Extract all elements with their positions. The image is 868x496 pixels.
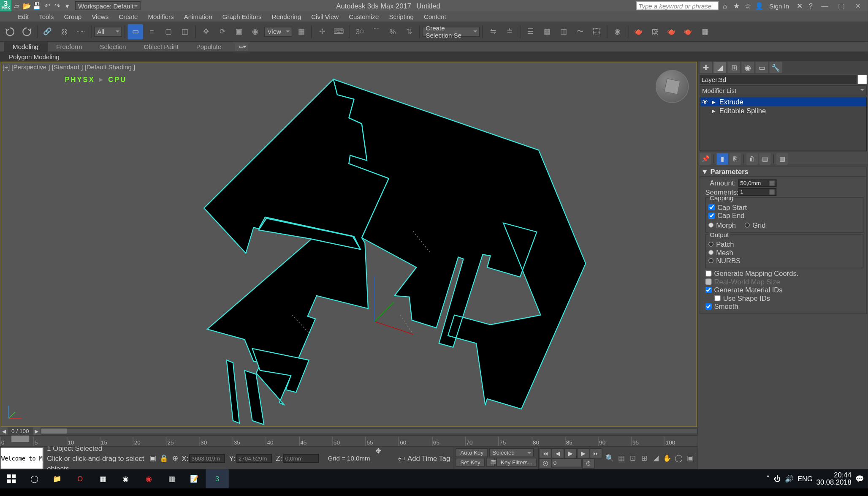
task-app2-icon[interactable]: ▥ (160, 469, 183, 488)
render-production-icon[interactable]: 🫖 (664, 24, 679, 39)
layer-explorer-icon[interactable]: ☰ (523, 24, 538, 39)
menu-customize[interactable]: Customize (344, 13, 384, 20)
morph-radio[interactable]: Morph (708, 221, 736, 229)
orbit-icon[interactable]: ◯ (673, 453, 684, 463)
zoom-extents-all-icon[interactable]: ⊞ (639, 453, 649, 463)
exchange-icon[interactable]: ✕ (794, 1, 804, 11)
schematic-view-icon[interactable]: ⿳ (589, 24, 604, 39)
use-shape-ids-checkbox[interactable]: Use Shape IDs (705, 294, 864, 302)
tab-populate[interactable]: Populate (187, 42, 231, 52)
selection-filter-dropdown[interactable]: All (94, 26, 122, 36)
new-icon[interactable]: ▱ (11, 1, 22, 11)
star2-icon[interactable]: ☆ (743, 1, 753, 11)
select-by-name-icon[interactable]: ≡ (144, 24, 160, 39)
infocenter-icon[interactable]: ⌂ (720, 1, 730, 11)
task-notepad-icon[interactable]: 📝 (183, 469, 206, 488)
make-unique-icon[interactable]: ⎘ (730, 153, 741, 164)
zoom-icon[interactable]: 🔍 (605, 453, 615, 463)
collapse-icon[interactable]: ▾ (703, 168, 708, 176)
cortana-icon[interactable]: ◯ (23, 469, 46, 488)
modifier-stack[interactable]: 👁 ▸ Extrude ▸ Editable Spline (700, 97, 867, 151)
gen-mapping-checkbox[interactable]: Generate Mapping Coords. (705, 270, 864, 277)
timeline-next-icon[interactable]: ▶ (33, 427, 41, 435)
task-app1-icon[interactable]: ◉ (137, 469, 160, 488)
bind-spacewarp-icon[interactable]: 〰 (73, 24, 88, 39)
create-tab-icon[interactable]: ✚ (700, 62, 712, 73)
select-move-icon[interactable]: ✥ (198, 24, 214, 39)
z-input[interactable] (283, 454, 319, 463)
rollout-header[interactable]: ▾ Parameters (700, 166, 867, 177)
select-object-icon[interactable]: ▭ (128, 24, 143, 39)
amount-spinner[interactable]: 50,0mm (738, 179, 776, 187)
object-color-swatch[interactable] (858, 75, 867, 84)
tray-up-icon[interactable]: ˄ (766, 474, 770, 483)
menu-graph-editors[interactable]: Graph Editors (217, 13, 267, 20)
object-name-input[interactable]: Layer:3d (700, 75, 857, 84)
menu-create[interactable]: Create (114, 13, 143, 20)
expand-icon[interactable]: ▸ (712, 106, 717, 115)
select-place-icon[interactable]: ◉ (248, 24, 263, 39)
snap-toggle-icon[interactable]: 3⬡ (352, 24, 367, 39)
current-frame-input[interactable] (551, 458, 582, 467)
close-button[interactable]: ✕ (850, 0, 865, 11)
timeline-ruler[interactable]: 0510152025303540455055606570758085909510… (0, 435, 697, 446)
remove-modifier-icon[interactable]: 🗑 (746, 153, 758, 164)
display-tab-icon[interactable]: ▭ (755, 62, 768, 73)
user-icon[interactable]: 👤 (754, 1, 764, 11)
show-end-result-icon[interactable]: ▮ (717, 153, 728, 164)
curve-editor-icon[interactable]: 〜 (572, 24, 588, 39)
expand-icon[interactable]: ▸ (712, 98, 717, 106)
menu-scripting[interactable]: Scripting (384, 13, 419, 20)
menu-civil-view[interactable]: Civil View (306, 13, 344, 20)
timeline-prev-icon[interactable]: ◀ (0, 427, 8, 435)
align-icon[interactable]: ≛ (502, 24, 517, 39)
spinner-snap-icon[interactable]: ⇅ (401, 24, 417, 39)
render-frame-icon[interactable]: 🖼 (648, 24, 663, 39)
project-icon[interactable]: ▾ (62, 1, 72, 11)
use-pivot-icon[interactable]: ▦ (293, 24, 309, 39)
rect-region-icon[interactable]: ▢ (161, 24, 176, 39)
fov-icon[interactable]: ◢ (651, 453, 661, 463)
eye-icon[interactable]: 👁 (702, 98, 709, 106)
zoom-extents-icon[interactable]: ⊡ (628, 453, 638, 463)
zoom-all-icon[interactable]: ▦ (616, 453, 627, 463)
menu-content[interactable]: Content (419, 13, 451, 20)
menu-modifiers[interactable]: Modifiers (143, 13, 179, 20)
menu-views[interactable]: Views (87, 13, 114, 20)
cap-end-checkbox[interactable]: Cap End (708, 212, 860, 219)
hierarchy-tab-icon[interactable]: ⊞ (727, 62, 740, 73)
workspace-dropdown[interactable]: Workspace: Default (75, 1, 141, 10)
undo-icon[interactable]: ↶ (42, 1, 52, 11)
help-search-input[interactable]: Type a keyword or phrase (636, 1, 719, 10)
star-icon[interactable]: ★ (731, 1, 741, 11)
ribbon-panel-name[interactable]: Polygon Modeling (4, 53, 65, 60)
min-max-viewport-icon[interactable]: ▣ (685, 453, 695, 463)
menu-group[interactable]: Group (59, 13, 87, 20)
sign-in-link[interactable]: Sign In (769, 2, 789, 9)
modify-tab-icon[interactable]: ◢ (713, 62, 726, 73)
smooth-checkbox[interactable]: Smooth (705, 303, 864, 310)
isolate-icon[interactable]: ▣ (149, 454, 156, 463)
key-mode-icon[interactable]: ⦿ (539, 458, 551, 468)
redo-large-icon[interactable] (19, 24, 34, 39)
set-key-button[interactable]: Set Key (456, 458, 485, 467)
unlink-icon[interactable]: ⛓ (57, 24, 72, 39)
tab-selection[interactable]: Selection (91, 42, 135, 52)
angle-snap-icon[interactable]: ⌒ (369, 24, 384, 39)
goto-start-icon[interactable]: ⏮ (539, 448, 551, 458)
pin-stack-icon[interactable]: 📌 (700, 153, 711, 164)
render-a360-icon[interactable]: ▦ (697, 24, 712, 39)
grid-radio[interactable]: Grid (745, 221, 765, 229)
key-target-dropdown[interactable]: Selected (489, 448, 534, 457)
undo-large-icon[interactable] (3, 24, 18, 39)
render-iterative-icon[interactable]: 🫖 (681, 24, 696, 39)
minimize-button[interactable]: — (817, 0, 832, 11)
render-setup-icon[interactable]: 🫖 (631, 24, 646, 39)
pan-icon[interactable]: ✋ (662, 453, 672, 463)
stack-item-spline[interactable]: ▸ Editable Spline (700, 106, 866, 115)
tab-freeform[interactable]: Freeform (47, 42, 91, 52)
absolute-mode-icon[interactable]: ⊕ (172, 454, 178, 463)
ribbon-toggle-icon[interactable]: ▥ (556, 24, 571, 39)
open-icon[interactable]: 📂 (22, 1, 32, 11)
task-chrome-icon[interactable]: ◉ (114, 469, 137, 488)
